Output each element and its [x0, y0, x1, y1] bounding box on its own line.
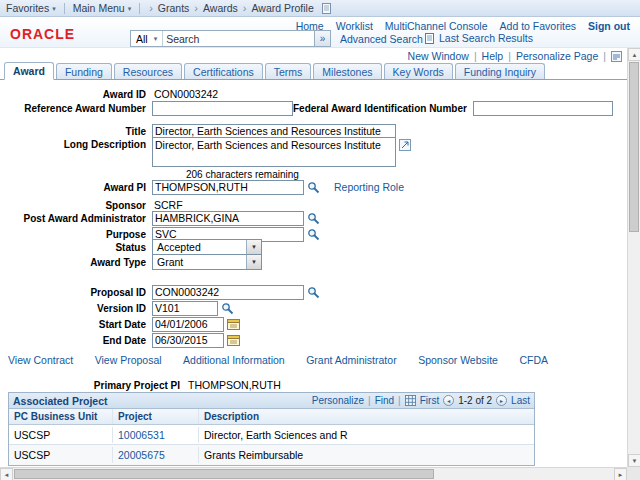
- new-window-link[interactable]: New Window: [408, 50, 469, 62]
- calendar-icon[interactable]: [227, 334, 240, 346]
- tab-milestones[interactable]: Milestones: [313, 63, 381, 79]
- breadcrumb-awards[interactable]: Awards: [203, 2, 238, 14]
- related-links: View Contract View Proposal Additional I…: [8, 354, 548, 366]
- tab-resources[interactable]: Resources: [114, 63, 182, 79]
- search-scope-dropdown[interactable]: All ▾: [131, 31, 163, 46]
- reference-award-row: Reference Award Number Federal Award Ide…: [0, 100, 628, 116]
- federal-award-identification-number-input[interactable]: [473, 101, 613, 116]
- separator: [64, 3, 65, 14]
- award-type-dropdown[interactable]: Grant ▼: [152, 254, 262, 270]
- proposal-id-label: Proposal ID: [0, 287, 152, 298]
- status-dropdown[interactable]: Accepted ▼: [152, 239, 262, 255]
- tab-label: Award: [13, 65, 45, 77]
- lookup-icon[interactable]: [307, 181, 320, 194]
- scrollbar-corner: [627, 467, 640, 480]
- tab-label: Key Words: [393, 66, 444, 78]
- award-pi-input[interactable]: [152, 180, 304, 195]
- chevron-down-icon: ▼: [246, 255, 261, 269]
- primary-project-pi-row: Primary Project PI THOMPSON,RUTH: [0, 377, 628, 393]
- first-link[interactable]: First: [420, 395, 439, 406]
- start-date-input[interactable]: [152, 317, 224, 332]
- favorites-menu[interactable]: Favorites ▾: [6, 2, 56, 14]
- main-menu[interactable]: Main Menu ▾: [73, 2, 131, 14]
- lookup-icon[interactable]: [307, 286, 320, 299]
- project-cell: 10006531: [113, 427, 199, 443]
- next-row-icon[interactable]: ►: [496, 395, 507, 406]
- post-award-administrator-input[interactable]: [152, 211, 304, 226]
- tab-award[interactable]: Award: [4, 62, 54, 80]
- find-link[interactable]: Find: [375, 395, 394, 406]
- tab-label: Terms: [274, 66, 303, 78]
- vertical-scroll-thumb[interactable]: [629, 62, 639, 232]
- column-header-project: Project: [113, 409, 199, 424]
- horizontal-scrollbar[interactable]: ◄ ►: [0, 467, 627, 480]
- post-award-administrator-label: Post Award Administrator: [0, 213, 152, 224]
- version-id-input[interactable]: [152, 301, 218, 316]
- tab-label: Milestones: [322, 66, 372, 78]
- description-cell: Director, Earth Sciences and R: [199, 427, 534, 443]
- horizontal-scroll-thumb[interactable]: [14, 469, 434, 479]
- additional-information-link[interactable]: Additional Information: [183, 354, 285, 366]
- separator: |: [508, 50, 511, 62]
- reporting-role-link[interactable]: Reporting Role: [334, 181, 404, 193]
- separator: |: [474, 50, 477, 62]
- search-input[interactable]: [163, 32, 314, 45]
- project-link[interactable]: 20005675: [118, 449, 165, 461]
- breadcrumb-page-icon[interactable]: [322, 3, 332, 14]
- navigation-bar: Favorites ▾ Main Menu ▾ › Grants › Award…: [0, 0, 640, 17]
- long-description-textarea[interactable]: [152, 137, 396, 167]
- lookup-icon[interactable]: [221, 302, 234, 315]
- last-search-results-link[interactable]: Last Search Results: [425, 32, 533, 44]
- reference-award-number-input[interactable]: [152, 101, 293, 116]
- calendar-icon[interactable]: [227, 318, 240, 330]
- scroll-left-icon[interactable]: ◄: [0, 468, 13, 480]
- view-contract-link[interactable]: View Contract: [8, 354, 73, 366]
- previous-row-icon[interactable]: ◄: [443, 395, 454, 406]
- scroll-down-icon[interactable]: ▼: [628, 454, 640, 467]
- grant-administrator-link[interactable]: Grant Administrator: [306, 354, 396, 366]
- copy-url-icon[interactable]: [611, 51, 622, 62]
- title-label: Title: [0, 126, 152, 137]
- version-id-row: Version ID: [0, 300, 628, 316]
- sign-out-link[interactable]: Sign out: [588, 20, 630, 32]
- project-link[interactable]: 10006531: [118, 429, 165, 441]
- award-id-value: CON0003242: [152, 88, 218, 100]
- expand-icon[interactable]: [399, 139, 411, 151]
- separator: |: [368, 395, 371, 406]
- scroll-right-icon[interactable]: ►: [614, 468, 627, 480]
- tab-label: Certifications: [193, 66, 254, 78]
- lookup-icon[interactable]: [307, 212, 320, 225]
- long-description-row: Long Description: [0, 137, 628, 169]
- tab-funding-inquiry[interactable]: Funding Inquiry: [455, 63, 545, 79]
- end-date-input[interactable]: [152, 333, 224, 348]
- sponsor-website-link[interactable]: Sponsor Website: [418, 354, 498, 366]
- help-link[interactable]: Help: [482, 50, 504, 62]
- personalize-link[interactable]: Personalize: [312, 395, 364, 406]
- search-go-button[interactable]: »: [315, 30, 331, 47]
- proposal-id-input[interactable]: [152, 285, 304, 300]
- last-link[interactable]: Last: [511, 395, 530, 406]
- personalize-page-link[interactable]: Personalize Page: [516, 50, 598, 62]
- award-id-label: Award ID: [0, 89, 152, 100]
- breadcrumb-award-profile[interactable]: Award Profile: [252, 2, 314, 14]
- download-grid-icon[interactable]: [405, 395, 416, 406]
- award-pi-row: Award PI Reporting Role: [0, 179, 628, 195]
- nav-worklist-link[interactable]: Worklist: [336, 20, 373, 32]
- header-nav: Home Worklist MultiChannel Console Add t…: [296, 20, 630, 32]
- tab-certifications[interactable]: Certifications: [184, 63, 263, 79]
- cfda-link[interactable]: CFDA: [519, 354, 548, 366]
- nav-add-to-favorites-link[interactable]: Add to Favorites: [500, 20, 576, 32]
- proposal-id-row: Proposal ID: [0, 284, 628, 300]
- view-proposal-link[interactable]: View Proposal: [95, 354, 162, 366]
- scroll-up-icon[interactable]: ▲: [628, 48, 640, 61]
- tab-terms[interactable]: Terms: [265, 63, 312, 79]
- advanced-search-link[interactable]: Advanced Search: [340, 33, 423, 45]
- nav-multichannel-console-link[interactable]: MultiChannel Console: [385, 20, 488, 32]
- table-row: USCSP 10006531 Director, Earth Sciences …: [9, 425, 534, 445]
- vertical-scrollbar[interactable]: ▲ ▼: [627, 48, 640, 467]
- tab-funding[interactable]: Funding: [56, 63, 112, 79]
- breadcrumb-grants[interactable]: Grants: [158, 2, 190, 14]
- tab-key-words[interactable]: Key Words: [384, 63, 453, 79]
- separator: |: [603, 50, 606, 62]
- breadcrumb-chevron-icon: ›: [243, 2, 247, 14]
